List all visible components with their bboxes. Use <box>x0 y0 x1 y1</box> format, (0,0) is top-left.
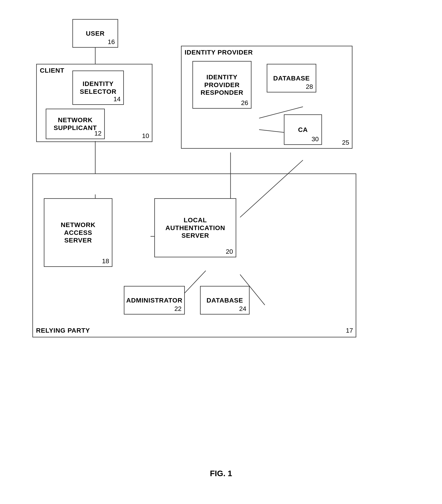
database-ip-number: 28 <box>306 83 313 90</box>
local-auth-server-label: LOCALAUTHENTICATIONSERVER <box>165 216 225 239</box>
network-supplicant-label: NETWORKSUPPLICANT <box>53 116 97 132</box>
database-rp-label: DATABASE <box>206 296 243 304</box>
administrator-label: ADMINISTRATOR <box>126 296 182 304</box>
relying-party-number: 17 <box>346 327 353 334</box>
database-rp-box: DATABASE 24 <box>200 286 250 315</box>
client-label: CLIENT <box>40 67 64 74</box>
database-ip-label: DATABASE <box>273 74 310 82</box>
database-rp-number: 24 <box>239 305 246 312</box>
ca-box: CA 30 <box>284 114 322 145</box>
identity-selector-label: IDENTITYSELECTOR <box>80 80 117 95</box>
client-number: 10 <box>142 132 149 140</box>
network-access-server-number: 18 <box>102 257 109 265</box>
user-box: USER 16 <box>72 19 118 48</box>
ca-label: CA <box>298 126 308 134</box>
figure-label: FIG. 1 <box>210 469 232 478</box>
network-supplicant-box: NETWORKSUPPLICANT 12 <box>46 109 105 139</box>
identity-provider-responder-box: IDENTITYPROVIDERRESPONDER 26 <box>192 61 252 109</box>
user-label: USER <box>86 30 105 37</box>
identity-provider-responder-number: 26 <box>241 99 248 107</box>
identity-selector-box: IDENTITYSELECTOR 14 <box>72 71 124 105</box>
identity-selector-number: 14 <box>113 95 120 103</box>
user-number: 16 <box>108 38 115 46</box>
ca-number: 30 <box>311 135 319 143</box>
network-supplicant-number: 12 <box>94 130 102 137</box>
local-auth-server-number: 20 <box>226 248 233 255</box>
identity-provider-label: IDENTITY PROVIDER <box>185 49 253 56</box>
network-access-server-box: NETWORKACCESSSERVER 18 <box>44 198 112 267</box>
administrator-number: 22 <box>174 305 182 312</box>
identity-provider-number: 25 <box>342 139 349 146</box>
administrator-box: ADMINISTRATOR 22 <box>124 286 185 315</box>
relying-party-label: RELYING PARTY <box>36 327 90 334</box>
identity-provider-responder-label: IDENTITYPROVIDERRESPONDER <box>201 73 243 96</box>
network-access-server-label: NETWORKACCESSSERVER <box>61 221 96 244</box>
local-auth-server-box: LOCALAUTHENTICATIONSERVER 20 <box>154 198 236 257</box>
diagram: USER 16 CLIENT 10 IDENTITYSELECTOR 14 NE… <box>21 8 421 465</box>
database-ip-box: DATABASE 28 <box>267 64 316 92</box>
